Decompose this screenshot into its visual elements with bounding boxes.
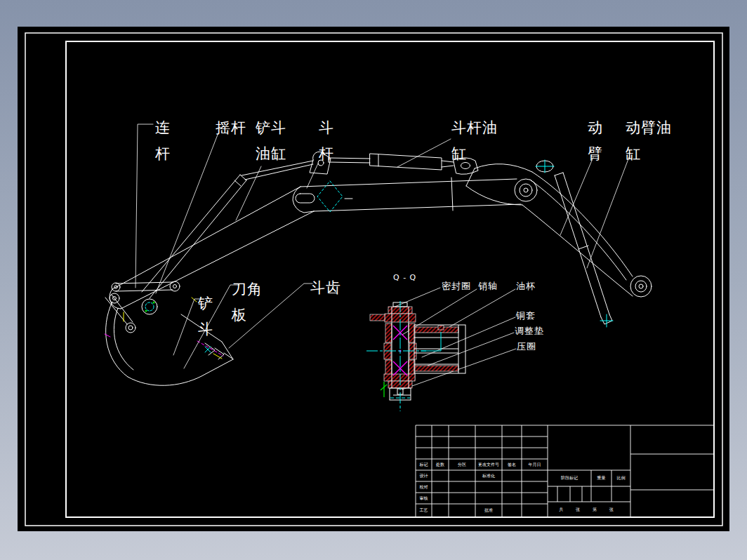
- label-rocker: 摇杆: [216, 115, 246, 141]
- tb-rev-docno: 更改文件号: [475, 459, 502, 470]
- tb-sheets: 共 张 第 张: [548, 502, 630, 517]
- label-press-ring: 压圈: [517, 341, 536, 352]
- sheet-frames: [18, 27, 729, 531]
- label-bucket: 铲 斗: [198, 291, 213, 342]
- label-connecting-rod: 连 杆: [155, 115, 171, 167]
- tb-rev-zone: 分区: [449, 459, 475, 470]
- label-boom-cylinder: 动臂油 缸: [626, 115, 672, 167]
- label-arm-cylinder: 斗杆油 缸: [451, 115, 498, 167]
- tb-rev-sign: 签名: [502, 459, 522, 470]
- label-corner-blade: 刀角 板: [232, 276, 263, 328]
- tb-rev-mark: 标记: [416, 459, 432, 470]
- label-oil-cup: 油杯: [516, 281, 536, 291]
- tb-rev-date: 年月日: [522, 459, 548, 470]
- tb-weight: 重量: [591, 470, 612, 486]
- label-copper-bushing: 铜套: [516, 310, 536, 321]
- label-adjusting-shim: 调整垫: [515, 326, 544, 336]
- tb-standardization: 标准化: [475, 470, 502, 481]
- tb-audit: 审核: [416, 493, 432, 504]
- tb-approval: 批准: [475, 504, 502, 517]
- tb-check: 校对: [416, 481, 432, 493]
- label-pin-shaft: 销轴: [478, 281, 498, 291]
- cad-application-page: 连 杆 摇杆 铲斗 油缸 斗 杆 斗杆油 缸 动 臂 动臂油 缸 铲 斗 刀角 …: [0, 0, 747, 560]
- tb-rev-count: 处数: [432, 459, 449, 470]
- label-bucket-cylinder: 铲斗 油缸: [256, 115, 286, 167]
- cad-drawing: [0, 0, 747, 560]
- label-arm: 斗 杆: [319, 115, 334, 167]
- label-seal-ring: 密封圈: [442, 281, 471, 291]
- label-boom: 动 臂: [588, 115, 603, 167]
- tb-stage-mark: 阶段标记: [548, 470, 591, 486]
- label-bucket-teeth: 斗齿: [310, 275, 341, 301]
- tb-scale: 比例: [612, 470, 630, 486]
- tb-process: 工艺: [416, 504, 432, 517]
- label-section-mark: Q - Q: [393, 273, 416, 282]
- tb-design: 设计: [416, 470, 432, 481]
